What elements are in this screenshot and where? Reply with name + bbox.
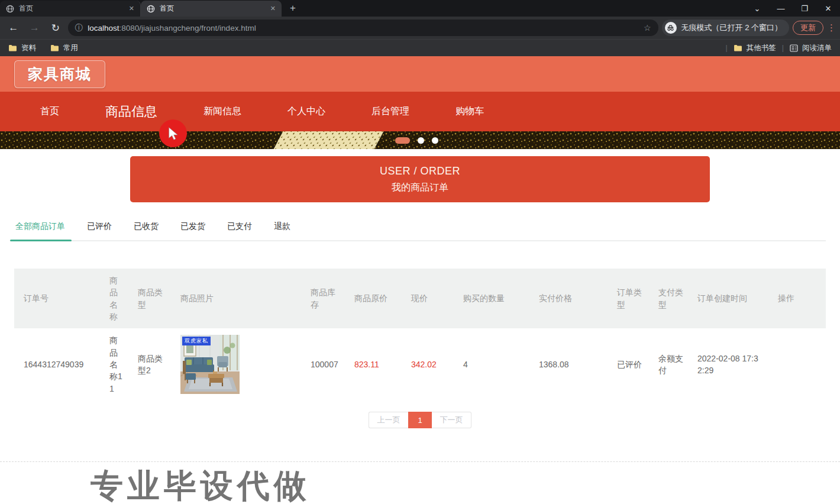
tab-close-icon[interactable]: ✕ <box>129 5 134 12</box>
prev-page-button[interactable]: 上一页 <box>369 412 408 428</box>
cell-current-price: 342.02 <box>402 328 454 400</box>
col-product-name: 商品名称 <box>100 269 128 328</box>
next-page-button[interactable]: 下一页 <box>432 412 471 428</box>
table-header-row: 订单号 商品名称 商品类型 商品照片 商品库存 商品原价 现价 购买的数量 实付… <box>14 269 826 328</box>
browser-tab-1[interactable]: 首页 ✕ <box>0 1 141 17</box>
browser-menu-icon[interactable]: ⋮ <box>827 22 835 33</box>
footer-watermark: 专业毕设代做 <box>91 464 840 504</box>
site-logo[interactable]: 家具商城 <box>14 60 105 88</box>
back-button[interactable]: ← <box>5 22 22 34</box>
cursor-arrow-icon <box>168 127 179 140</box>
bookmark-star-icon[interactable]: ☆ <box>644 23 651 33</box>
site-header: 家具商城 <box>0 56 840 92</box>
carousel-dot-3[interactable] <box>432 137 438 144</box>
page-footer: 专业毕设代做 <box>0 461 840 504</box>
cell-original-price: 823.11 <box>345 328 402 400</box>
brand-badge: 双虎家私 <box>182 337 211 345</box>
mouse-cursor-highlight <box>159 119 187 147</box>
tab-reviewed[interactable]: 已评价 <box>86 219 113 240</box>
tab-search-icon[interactable]: ⌄ <box>745 4 769 17</box>
url-host: localhost <box>88 24 119 33</box>
cell-pay-type: 余额支付 <box>649 328 688 400</box>
col-product-type: 商品类型 <box>128 269 171 328</box>
current-page-button[interactable]: 1 <box>408 412 432 428</box>
orders-table: 订单号 商品名称 商品类型 商品照片 商品库存 商品原价 现价 购买的数量 实付… <box>14 269 826 400</box>
cell-order-no: 1644312749039 <box>14 328 100 400</box>
other-bookmarks-button[interactable]: 其他书签 <box>734 43 776 53</box>
col-created: 订单创建时间 <box>688 269 768 328</box>
cell-quantity: 4 <box>454 328 529 400</box>
folder-icon <box>50 44 59 51</box>
col-paid: 实付价格 <box>529 269 608 328</box>
page-url: localhost:8080/jiajushangcheng/front/ind… <box>88 24 256 33</box>
tab-paid[interactable]: 已支付 <box>226 219 253 240</box>
cell-paid: 1368.08 <box>529 328 608 400</box>
cell-stock: 100007 <box>301 328 345 400</box>
nav-cart[interactable]: 购物车 <box>455 105 484 118</box>
tab-all-orders[interactable]: 全部商品订单 <box>14 219 66 240</box>
tab-refund[interactable]: 退款 <box>273 219 292 240</box>
cell-product-name: 商品名称11 <box>100 328 128 400</box>
new-tab-button[interactable]: + <box>282 2 304 17</box>
browser-toolbar: ← → ↻ ⓘ localhost:8080/jiajushangcheng/f… <box>0 17 840 39</box>
browser-tab-strip: 首页 ✕ 首页 ✕ + ⌄ — ❐ ✕ <box>0 0 840 17</box>
address-bar[interactable]: ⓘ localhost:8080/jiajushangcheng/front/i… <box>68 20 658 36</box>
bookmark-folder-ziliao[interactable]: 资料 <box>8 43 36 53</box>
carousel-dots <box>395 137 438 144</box>
pagination: 上一页 1 下一页 <box>14 412 826 428</box>
col-current-price: 现价 <box>402 269 454 328</box>
reload-button[interactable]: ↻ <box>47 22 64 34</box>
tab-shipped[interactable]: 已发货 <box>179 219 206 240</box>
col-order-type: 订单类型 <box>608 269 649 328</box>
divider: | <box>782 44 784 52</box>
bookmark-label: 常用 <box>63 43 78 53</box>
col-action: 操作 <box>768 269 826 328</box>
chrome-update-button[interactable]: 更新 <box>793 21 823 35</box>
folder-icon <box>8 44 17 51</box>
forward-button[interactable]: → <box>26 22 44 34</box>
page-banner-breadcrumb: USER / ORDER <box>380 165 460 177</box>
tab-close-icon[interactable]: ✕ <box>270 5 276 12</box>
bookmarks-bar: 资料 常用 | 其他书签 | 阅读清单 <box>0 39 840 56</box>
product-photo[interactable]: 双虎家私 <box>180 335 240 394</box>
folder-icon <box>734 44 742 51</box>
incognito-icon <box>665 22 677 34</box>
order-filter-tabs: 全部商品订单 已评价 已收货 已发货 已支付 退款 <box>14 219 826 241</box>
window-restore-button[interactable]: ❐ <box>793 4 816 17</box>
col-quantity: 购买的数量 <box>454 269 529 328</box>
cell-photo: 双虎家私 <box>171 328 301 400</box>
window-close-button[interactable]: ✕ <box>816 4 840 17</box>
reading-list-icon <box>790 44 798 52</box>
bookmark-label: 资料 <box>21 43 36 53</box>
reading-list-button[interactable]: 阅读清单 <box>790 43 832 53</box>
url-path: :8080/jiajushangcheng/front/index.html <box>119 24 256 33</box>
nav-home[interactable]: 首页 <box>40 105 59 118</box>
nav-admin[interactable]: 后台管理 <box>371 105 409 118</box>
nav-news[interactable]: 新闻信息 <box>203 105 241 118</box>
carousel-dot-2[interactable] <box>418 137 424 144</box>
col-photo: 商品照片 <box>171 269 301 328</box>
nav-products[interactable]: 商品信息 <box>105 103 157 121</box>
carousel-dot-1[interactable] <box>395 137 410 144</box>
cell-order-type: 已评价 <box>608 328 649 400</box>
bookmark-folder-changyong[interactable]: 常用 <box>50 43 78 53</box>
carousel-banner <box>0 131 840 149</box>
divider: | <box>726 44 728 52</box>
col-stock: 商品库存 <box>301 269 345 328</box>
col-original-price: 商品原价 <box>345 269 402 328</box>
incognito-label: 无痕模式（已打开 2 个窗口） <box>681 22 782 33</box>
tab-received[interactable]: 已收货 <box>133 219 160 240</box>
cell-action <box>768 328 826 400</box>
col-order-no: 订单号 <box>14 269 100 328</box>
window-minimize-button[interactable]: — <box>769 4 793 17</box>
browser-tab-2[interactable]: 首页 ✕ <box>141 1 282 17</box>
main-navigation: 首页 商品信息 新闻信息 个人中心 后台管理 购物车 <box>0 92 840 131</box>
incognito-indicator: 无痕模式（已打开 2 个窗口） <box>662 20 789 36</box>
globe-favicon-icon <box>147 5 155 13</box>
tab-title: 首页 <box>160 4 174 14</box>
table-row: 1644312749039 商品名称11 商品类型2 双虎家私 <box>14 328 826 400</box>
tab-title: 首页 <box>19 4 33 14</box>
main-content: 全部商品订单 已评价 已收货 已发货 已支付 退款 订单号 商品名称 商品类型 … <box>0 219 840 428</box>
nav-profile[interactable]: 个人中心 <box>287 105 325 118</box>
site-info-icon[interactable]: ⓘ <box>75 22 83 33</box>
